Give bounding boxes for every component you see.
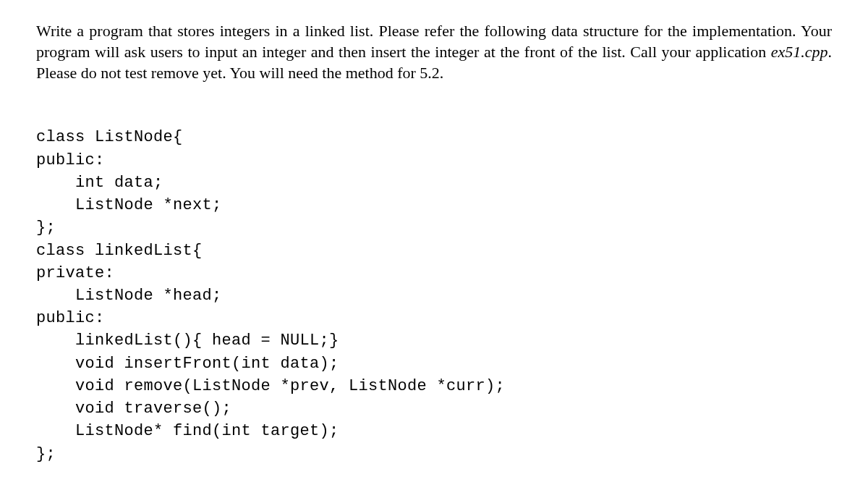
code-line: class ListNode{: [36, 128, 183, 146]
code-line: private:: [36, 264, 114, 282]
code-line: public:: [36, 309, 105, 327]
code-line: int data;: [36, 174, 163, 192]
code-line: };: [36, 445, 56, 463]
code-line: ListNode *next;: [36, 196, 222, 214]
code-line: };: [36, 219, 56, 237]
problem-instruction: Write a program that stores integers in …: [36, 20, 832, 83]
code-line: ListNode *head;: [36, 287, 222, 305]
code-line: public:: [36, 151, 105, 169]
code-line: linkedList(){ head = NULL;}: [36, 332, 339, 350]
filename-italic: ex51.cpp: [771, 43, 828, 61]
instruction-text-part1: Write a program that stores integers in …: [36, 22, 832, 61]
code-line: ListNode* find(int target);: [36, 422, 339, 440]
code-line: void insertFront(int data);: [36, 355, 339, 373]
code-line: class linkedList{: [36, 242, 203, 260]
code-line: void traverse();: [36, 400, 231, 418]
code-block: class ListNode{ public: int data; ListNo…: [36, 104, 832, 465]
code-line: void remove(ListNode *prev, ListNode *cu…: [36, 377, 505, 395]
